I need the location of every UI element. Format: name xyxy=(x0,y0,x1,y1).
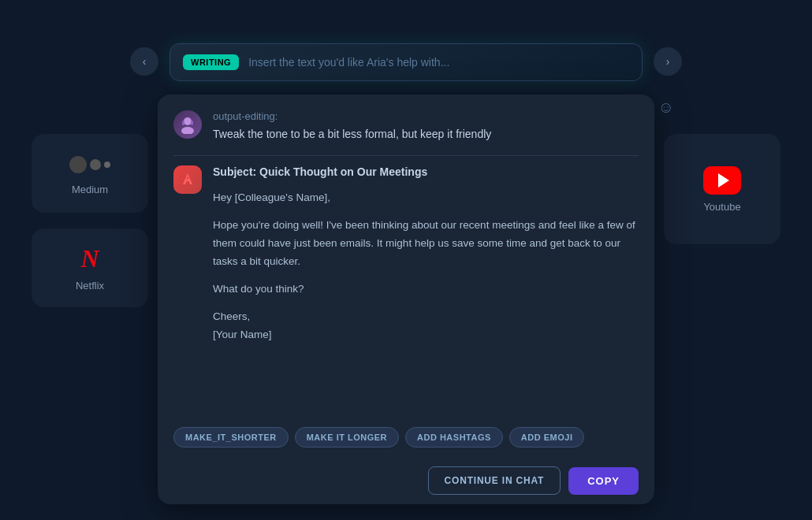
email-para1: Hope you're doing well! I've been thinki… xyxy=(213,217,639,271)
svg-rect-3 xyxy=(191,121,193,125)
continue-in-chat-button[interactable]: CONTINUE IN CHAT xyxy=(428,466,561,495)
user-message-row: output-editing: Tweak the tone to be a b… xyxy=(173,110,639,143)
svg-rect-2 xyxy=(182,121,184,125)
email-sign: Cheers, [Your Name] xyxy=(213,308,639,344)
aria-avatar xyxy=(173,165,202,194)
icon-card-netflix[interactable]: N Netflix xyxy=(32,228,148,307)
aria-message-row: Subject: Quick Thought on Our Meetings H… xyxy=(173,165,639,344)
svg-point-0 xyxy=(184,117,192,125)
email-subject: Subject: Quick Thought on Our Meetings xyxy=(213,165,639,178)
netflix-label: Netflix xyxy=(76,280,104,292)
email-body: Hey [Colleague's Name], Hope you're doin… xyxy=(213,189,639,344)
aria-message-content: Subject: Quick Thought on Our Meetings H… xyxy=(213,165,639,344)
medium-icon xyxy=(69,152,110,177)
copy-button[interactable]: COPY xyxy=(568,467,639,495)
email-greeting: Hey [Colleague's Name], xyxy=(213,189,639,207)
message-divider xyxy=(173,155,639,156)
email-sign1: Cheers, xyxy=(213,310,250,322)
search-input[interactable]: Insert the text you'd like Aria's help w… xyxy=(248,56,449,69)
youtube-play-icon xyxy=(718,173,729,188)
chip-add-hashtags[interactable]: ADD HASHTAGS xyxy=(405,427,503,448)
chat-footer: CONTINUE IN CHAT COPY xyxy=(158,457,654,504)
icon-card-medium[interactable]: Medium xyxy=(32,134,148,213)
chips-row: MAKE_IT_SHORTER MAKE IT LONGER ADD HASHT… xyxy=(158,418,654,457)
chip-add-emoji[interactable]: ADD EMOJI xyxy=(509,427,585,448)
user-message-content: output-editing: Tweak the tone to be a b… xyxy=(213,110,639,143)
user-avatar xyxy=(173,110,202,139)
emoji-icon: ☺ xyxy=(658,98,674,117)
svg-point-1 xyxy=(181,127,194,134)
chip-make-it-longer[interactable]: MAKE IT LONGER xyxy=(295,427,399,448)
netflix-icon: N xyxy=(80,244,99,273)
chat-panel: output-editing: Tweak the tone to be a b… xyxy=(158,95,654,504)
user-message-text: Tweak the tone to be a bit less formal, … xyxy=(213,125,639,143)
email-sign2: [Your Name] xyxy=(213,329,272,340)
youtube-icon xyxy=(703,166,741,195)
writing-badge: WRITING xyxy=(183,54,239,70)
email-para2: What do you think? xyxy=(213,280,639,299)
chat-body: output-editing: Tweak the tone to be a b… xyxy=(158,95,654,418)
search-bar: WRITING Insert the text you'd like Aria'… xyxy=(169,43,643,81)
youtube-label: Youtube xyxy=(703,201,740,213)
medium-label: Medium xyxy=(72,184,108,195)
nav-right-arrow[interactable]: › xyxy=(654,47,682,76)
user-label: output-editing: xyxy=(213,110,639,122)
nav-left-arrow[interactable]: ‹ xyxy=(130,47,158,76)
chip-make-it-shorter[interactable]: MAKE_IT_SHORTER xyxy=(173,427,289,448)
icon-card-youtube[interactable]: Youtube xyxy=(664,134,780,244)
